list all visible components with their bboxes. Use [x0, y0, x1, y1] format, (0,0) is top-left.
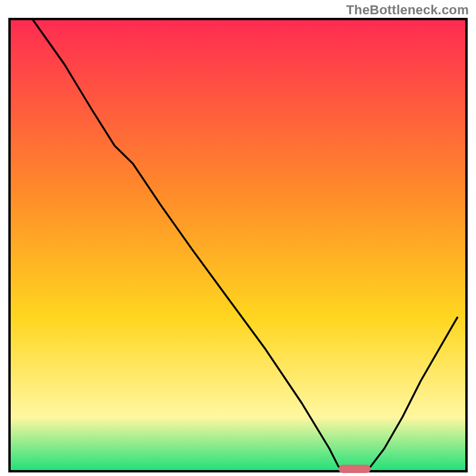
chart-stage: TheBottleneck.com — [0, 0, 476, 476]
watermark-text: TheBottleneck.com — [346, 2, 469, 18]
optimal-marker-icon — [339, 465, 371, 473]
chart-svg — [0, 0, 476, 476]
